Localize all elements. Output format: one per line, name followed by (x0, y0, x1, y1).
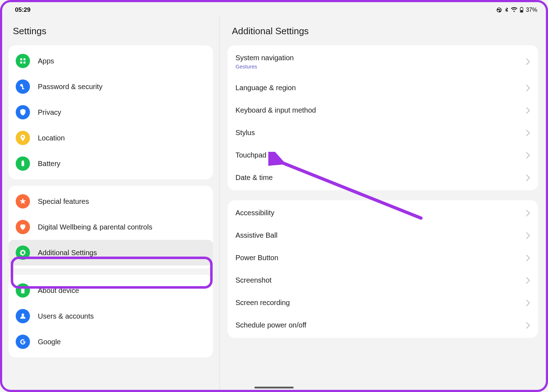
sidebar-item-battery[interactable]: Battery (9, 151, 213, 176)
svg-rect-3 (20, 58, 22, 61)
svg-rect-6 (24, 62, 26, 64)
detail-row-power-button[interactable]: Power Button (228, 247, 538, 269)
svg-rect-4 (24, 58, 26, 61)
sidebar-item-label: Password & security (38, 83, 102, 91)
chevron-right-icon (526, 129, 530, 136)
detail-row-screenshot[interactable]: Screenshot (228, 269, 538, 292)
detail-row-label: Power Button (235, 254, 278, 262)
sidebar-group-3: About device Users & accounts Google (9, 275, 213, 357)
svg-rect-12 (21, 288, 24, 294)
person-icon (16, 309, 30, 323)
detail-row-system-navigation[interactable]: System navigation Gestures (228, 47, 538, 77)
star-icon (16, 194, 30, 208)
sidebar-item-label: Users & accounts (38, 312, 94, 320)
svg-rect-1 (521, 7, 522, 8)
sidebar-item-label: Battery (38, 160, 60, 168)
detail-row-accessibility[interactable]: Accessibility (228, 202, 538, 224)
detail-row-language-region[interactable]: Language & region (228, 77, 538, 99)
sidebar-item-additional-settings[interactable]: Additional Settings (9, 240, 213, 265)
page-title: Settings (9, 15, 213, 45)
svg-point-13 (21, 314, 24, 316)
sidebar-item-password-security[interactable]: Password & security (9, 74, 213, 99)
sidebar-item-digital-wellbeing[interactable]: Digital Wellbeing & parental controls (9, 214, 213, 240)
bluetooth-icon (503, 7, 510, 13)
detail-row-screen-recording[interactable]: Screen recording (228, 292, 538, 314)
detail-row-label: Stylus (235, 129, 255, 137)
sidebar-item-label: Digital Wellbeing & parental controls (38, 223, 152, 231)
sidebar-item-label: Location (38, 134, 65, 142)
battery-icon (518, 7, 525, 13)
sidebar-item-about-device[interactable]: About device (9, 278, 213, 303)
status-indicators: 37% (496, 7, 537, 13)
detail-row-touchpad[interactable]: Touchpad (228, 144, 538, 166)
detail-row-label: Accessibility (235, 209, 274, 217)
sidebar-group-2: Special features Digital Wellbeing & par… (9, 186, 213, 268)
sidebar-item-google[interactable]: Google (9, 329, 213, 355)
status-bar: 05:29 37% (2, 2, 546, 15)
detail-row-stylus[interactable]: Stylus (228, 122, 538, 144)
gear-icon (16, 246, 30, 260)
svg-rect-2 (521, 10, 522, 12)
chevron-right-icon (526, 210, 530, 217)
sidebar-item-label: Special features (38, 197, 89, 206)
chevron-right-icon (526, 152, 530, 159)
speedometer-icon (496, 7, 502, 13)
detail-row-assistive-ball[interactable]: Assistive Ball (228, 224, 538, 247)
detail-row-label: Screenshot (235, 276, 272, 284)
chevron-right-icon (526, 299, 530, 306)
detail-row-label: Schedule power on/off (235, 321, 306, 329)
detail-row-label: Date & time (235, 174, 273, 182)
chevron-right-icon (526, 84, 530, 92)
chevron-right-icon (526, 58, 530, 65)
settings-sidebar: Settings Apps Password & security (2, 15, 220, 390)
detail-row-schedule-power[interactable]: Schedule power on/off (228, 314, 538, 336)
detail-row-label: Assistive Ball (235, 231, 278, 239)
google-icon (16, 335, 30, 349)
detail-row-date-time[interactable]: Date & time (228, 166, 538, 189)
location-icon (16, 131, 30, 145)
sidebar-item-label: Google (38, 338, 61, 346)
detail-row-label: Language & region (235, 84, 296, 92)
key-icon (16, 79, 30, 94)
sidebar-item-privacy[interactable]: Privacy (9, 99, 213, 125)
home-indicator[interactable] (254, 387, 294, 388)
sidebar-item-label: Privacy (38, 108, 61, 117)
chevron-right-icon (526, 254, 530, 262)
svg-rect-5 (20, 62, 22, 64)
battery-pct: 37% (526, 7, 537, 13)
sidebar-item-location[interactable]: Location (9, 125, 213, 151)
detail-row-label: System navigation (235, 54, 294, 62)
svg-rect-11 (22, 160, 24, 161)
apps-icon (16, 54, 30, 68)
shield-icon (16, 105, 30, 119)
detail-group-2: Accessibility Assistive Ball Power Butto… (228, 200, 538, 338)
detail-title: Additional Settings (228, 15, 538, 45)
detail-row-label: Screen recording (235, 299, 290, 307)
sidebar-item-users-accounts[interactable]: Users & accounts (9, 303, 213, 329)
sidebar-item-label: Apps (38, 57, 54, 65)
detail-row-label: Keyboard & input method (235, 106, 316, 114)
sidebar-item-apps[interactable]: Apps (9, 48, 213, 74)
chevron-right-icon (526, 277, 530, 284)
chevron-right-icon (526, 107, 530, 114)
sidebar-item-special-features[interactable]: Special features (9, 189, 213, 214)
chevron-right-icon (526, 232, 530, 239)
svg-rect-9 (22, 88, 24, 89)
wifi-icon (511, 7, 517, 13)
chevron-right-icon (526, 174, 530, 181)
chevron-right-icon (526, 322, 530, 329)
detail-pane: Additional Settings System navigation Ge… (220, 15, 546, 390)
status-time: 05:29 (15, 6, 30, 14)
battery-item-icon (16, 156, 30, 171)
svg-rect-10 (21, 161, 24, 166)
heart-icon (16, 220, 30, 234)
sidebar-group-1: Apps Password & security Privacy (9, 45, 213, 179)
detail-row-label: Touchpad (235, 151, 267, 159)
sidebar-item-label: About device (38, 287, 79, 295)
detail-group-1: System navigation Gestures Language & re… (228, 45, 538, 190)
phone-icon (16, 283, 30, 298)
sidebar-item-label: Additional Settings (38, 249, 97, 257)
detail-row-sublabel: Gestures (235, 63, 294, 69)
detail-row-keyboard-input[interactable]: Keyboard & input method (228, 99, 538, 122)
